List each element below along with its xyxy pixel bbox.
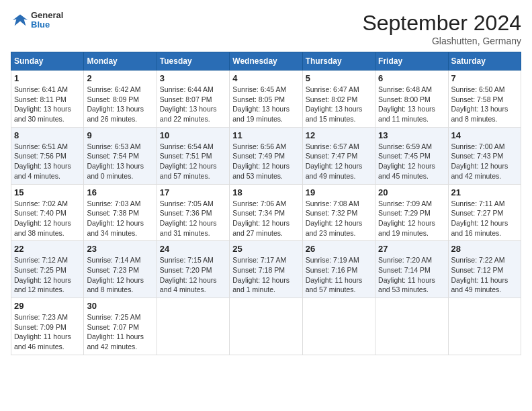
logo-blue: Blue [31,20,63,30]
calendar-cell: 17Sunrise: 7:05 AMSunset: 7:36 PMDayligh… [157,184,229,241]
weekday-header-row: SundayMondayTuesdayWednesdayThursdayFrid… [11,52,521,71]
cell-info: Sunrise: 7:22 AMSunset: 7:12 PMDaylight:… [451,256,508,293]
calendar-cell: 8Sunrise: 6:51 AMSunset: 7:56 PMDaylight… [11,127,84,184]
cell-info: Sunrise: 7:25 AMSunset: 7:07 PMDaylight:… [87,313,144,351]
cell-info: Sunrise: 7:17 AMSunset: 7:18 PMDaylight:… [232,256,290,293]
calendar-week-row: 22Sunrise: 7:12 AMSunset: 7:25 PMDayligh… [11,241,521,298]
calendar-cell: 24Sunrise: 7:15 AMSunset: 7:20 PMDayligh… [157,241,229,298]
weekday-header: Monday [84,52,157,71]
cell-info: Sunrise: 7:05 AMSunset: 7:36 PMDaylight:… [160,199,217,237]
calendar-cell: 26Sunrise: 7:19 AMSunset: 7:16 PMDayligh… [302,241,375,298]
calendar-week-row: 29Sunrise: 7:23 AMSunset: 7:09 PMDayligh… [11,298,521,355]
calendar-cell: 20Sunrise: 7:09 AMSunset: 7:29 PMDayligh… [375,184,448,241]
day-number: 4 [232,73,299,83]
day-number: 25 [232,244,299,254]
page-header: General Blue September 2024 Glashutten, … [11,11,521,46]
calendar-cell: 21Sunrise: 7:11 AMSunset: 7:27 PMDayligh… [448,184,521,241]
weekday-header: Wednesday [230,52,302,71]
day-number: 8 [14,130,81,140]
cell-info: Sunrise: 6:56 AMSunset: 7:49 PMDaylight:… [232,142,290,180]
day-number: 11 [232,130,299,140]
calendar-cell: 1Sunrise: 6:41 AMSunset: 8:11 PMDaylight… [11,71,84,128]
calendar-cell: 11Sunrise: 6:56 AMSunset: 7:49 PMDayligh… [230,127,302,184]
cell-info: Sunrise: 7:19 AMSunset: 7:16 PMDaylight:… [306,256,363,293]
cell-info: Sunrise: 7:20 AMSunset: 7:14 PMDaylight:… [378,256,435,293]
calendar-cell [302,298,375,355]
cell-info: Sunrise: 7:02 AMSunset: 7:40 PMDaylight:… [14,199,71,237]
calendar-cell [448,298,521,355]
calendar-cell: 28Sunrise: 7:22 AMSunset: 7:12 PMDayligh… [448,241,521,298]
cell-info: Sunrise: 7:11 AMSunset: 7:27 PMDaylight:… [451,199,508,237]
cell-info: Sunrise: 7:14 AMSunset: 7:23 PMDaylight:… [87,256,144,293]
cell-info: Sunrise: 7:06 AMSunset: 7:34 PMDaylight:… [232,199,290,237]
cell-info: Sunrise: 6:47 AMSunset: 8:02 PMDaylight:… [306,85,363,123]
month-title: September 2024 [362,11,521,36]
weekday-header: Friday [375,52,448,71]
weekday-header: Saturday [448,52,521,71]
calendar-cell: 16Sunrise: 7:03 AMSunset: 7:38 PMDayligh… [84,184,157,241]
logo: General Blue [11,11,63,30]
calendar-cell: 7Sunrise: 6:50 AMSunset: 7:58 PMDaylight… [448,71,521,128]
day-number: 6 [378,73,445,83]
day-number: 29 [14,301,81,311]
calendar-cell: 3Sunrise: 6:44 AMSunset: 8:07 PMDaylight… [157,71,229,128]
day-number: 17 [160,187,226,197]
calendar-cell: 29Sunrise: 7:23 AMSunset: 7:09 PMDayligh… [11,298,84,355]
calendar-cell: 25Sunrise: 7:17 AMSunset: 7:18 PMDayligh… [230,241,302,298]
cell-info: Sunrise: 6:54 AMSunset: 7:51 PMDaylight:… [160,142,217,180]
cell-info: Sunrise: 6:51 AMSunset: 7:56 PMDaylight:… [14,142,71,180]
logo-general: General [31,11,63,20]
cell-info: Sunrise: 6:57 AMSunset: 7:47 PMDaylight:… [306,142,363,180]
calendar-cell [375,298,448,355]
logo-bird-icon [11,11,30,30]
day-number: 18 [232,187,299,197]
calendar-cell: 5Sunrise: 6:47 AMSunset: 8:02 PMDaylight… [302,71,375,128]
calendar-cell: 2Sunrise: 6:42 AMSunset: 8:09 PMDaylight… [84,71,157,128]
day-number: 10 [160,130,226,140]
day-number: 7 [451,73,518,83]
calendar-cell: 23Sunrise: 7:14 AMSunset: 7:23 PMDayligh… [84,241,157,298]
day-number: 3 [160,73,226,83]
day-number: 9 [87,130,153,140]
cell-info: Sunrise: 6:42 AMSunset: 8:09 PMDaylight:… [87,85,144,123]
day-number: 13 [378,130,445,140]
calendar-cell: 22Sunrise: 7:12 AMSunset: 7:25 PMDayligh… [11,241,84,298]
calendar-cell: 27Sunrise: 7:20 AMSunset: 7:14 PMDayligh… [375,241,448,298]
cell-info: Sunrise: 6:53 AMSunset: 7:54 PMDaylight:… [87,142,144,180]
day-number: 2 [87,73,153,83]
day-number: 15 [14,187,81,197]
calendar-cell: 6Sunrise: 6:48 AMSunset: 8:00 PMDaylight… [375,71,448,128]
day-number: 14 [451,130,518,140]
day-number: 28 [451,244,518,254]
weekday-header: Sunday [11,52,84,71]
day-number: 19 [306,187,372,197]
svg-marker-0 [13,15,28,26]
calendar-table: SundayMondayTuesdayWednesdayThursdayFrid… [11,52,521,355]
weekday-header: Thursday [302,52,375,71]
cell-info: Sunrise: 6:44 AMSunset: 8:07 PMDaylight:… [160,85,217,123]
title-block: September 2024 Glashutten, Germany [362,11,521,46]
calendar-cell [157,298,229,355]
cell-info: Sunrise: 7:23 AMSunset: 7:09 PMDaylight:… [14,313,71,351]
location: Glashutten, Germany [362,36,521,46]
calendar-cell: 18Sunrise: 7:06 AMSunset: 7:34 PMDayligh… [230,184,302,241]
day-number: 12 [306,130,372,140]
calendar-cell: 12Sunrise: 6:57 AMSunset: 7:47 PMDayligh… [302,127,375,184]
day-number: 23 [87,244,153,254]
calendar-cell: 10Sunrise: 6:54 AMSunset: 7:51 PMDayligh… [157,127,229,184]
day-number: 5 [306,73,372,83]
day-number: 24 [160,244,226,254]
day-number: 16 [87,187,153,197]
calendar-week-row: 15Sunrise: 7:02 AMSunset: 7:40 PMDayligh… [11,184,521,241]
calendar-cell: 13Sunrise: 6:59 AMSunset: 7:45 PMDayligh… [375,127,448,184]
day-number: 20 [378,187,445,197]
day-number: 1 [14,73,81,83]
day-number: 27 [378,244,445,254]
calendar-cell: 9Sunrise: 6:53 AMSunset: 7:54 PMDaylight… [84,127,157,184]
cell-info: Sunrise: 6:59 AMSunset: 7:45 PMDaylight:… [378,142,435,180]
calendar-cell [230,298,302,355]
calendar-week-row: 8Sunrise: 6:51 AMSunset: 7:56 PMDaylight… [11,127,521,184]
day-number: 21 [451,187,518,197]
cell-info: Sunrise: 6:50 AMSunset: 7:58 PMDaylight:… [451,85,508,123]
calendar-cell: 30Sunrise: 7:25 AMSunset: 7:07 PMDayligh… [84,298,157,355]
